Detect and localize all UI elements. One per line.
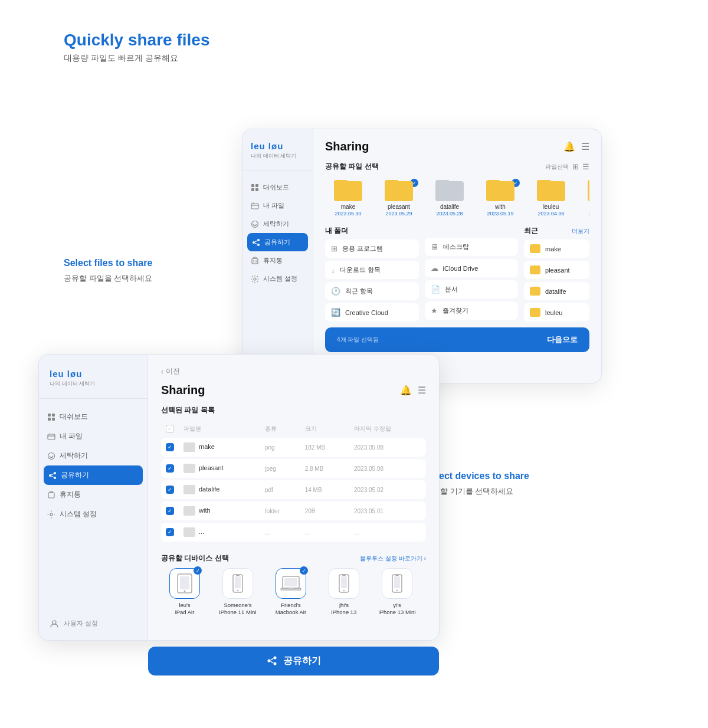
back-file-card[interactable]: make2023.05.30 — [325, 178, 371, 217]
front-nav-washing[interactable]: 세탁하기 — [39, 446, 148, 465]
back-nav-dashboard-label: 대쉬보드 — [263, 183, 289, 192]
back-win-icons: 🔔 ☰ — [563, 141, 589, 152]
front-nav-myfiles[interactable]: 내 파일 — [39, 427, 148, 446]
file-list-row[interactable]: ✓ datalife pdf 14 MB 2023.05.02 — [161, 480, 426, 499]
bluetooth-link[interactable]: 블루투스 설정 바로가기 › — [360, 555, 426, 563]
device-icon-wrap: ✓ — [169, 568, 200, 599]
row-checkbox[interactable]: ✓ — [166, 443, 174, 451]
row-checkbox[interactable]: ✓ — [166, 464, 174, 473]
svg-rect-34 — [235, 576, 241, 588]
back-file-date: 2023.04.06 — [537, 211, 564, 217]
device-card[interactable]: ✓leu'siPad Air — [161, 568, 208, 616]
bell-icon[interactable]: 🔔 — [563, 141, 575, 152]
device-card[interactable]: Someone'siPhone 11 Mini — [214, 568, 261, 616]
svg-line-52 — [270, 661, 273, 663]
back-file-card[interactable]: ✓with2023.05.19 — [477, 178, 523, 217]
label-devices-main: Select devices to share — [425, 471, 529, 481]
recent-name: pleasant — [545, 267, 570, 274]
svg-rect-37 — [284, 578, 297, 586]
back-nav-dashboard[interactable]: 대쉬보드 — [242, 178, 313, 196]
select-all-checkbox[interactable]: ✓ — [166, 425, 174, 433]
back-file-date: 2023.05.29 — [385, 211, 412, 217]
svg-rect-18 — [52, 418, 55, 421]
file-mini-icon — [183, 464, 195, 473]
recent-item[interactable]: leuleu — [524, 303, 589, 322]
svg-rect-2 — [251, 188, 254, 191]
device-card[interactable]: jhi'siPhone 13 — [320, 568, 368, 616]
file-list-row[interactable]: ✓ ... ... ... ... — [161, 523, 426, 542]
label-files-sub: 공유할 파일을 선택하세요 — [64, 273, 152, 284]
back-nav-myfiles[interactable]: 내 파일 — [242, 196, 313, 215]
back-file-card[interactable]: leuleu2023.04.06 — [528, 178, 574, 217]
device-name: Friend'sMacbook Air — [276, 602, 306, 616]
front-user-settings[interactable]: 사용자 설정 — [39, 619, 148, 628]
recent-label: 최근 — [524, 226, 538, 236]
svg-line-9 — [255, 241, 257, 242]
back-file-card[interactable]: datalife2023.05.28 — [427, 178, 473, 217]
front-nav-sharing[interactable]: 공유하기 — [44, 465, 143, 485]
svg-point-7 — [253, 241, 255, 244]
back-file-card[interactable]: ✓happy2022.08.16 — [579, 178, 589, 217]
svg-rect-11 — [252, 258, 258, 264]
my-folder-row[interactable]: 🖥데스크탑 — [425, 238, 519, 256]
front-bell-icon[interactable]: 🔔 — [400, 385, 412, 396]
label-files: Select files to share 공유할 파일을 선택하세요 — [64, 258, 152, 284]
my-folder-row[interactable]: ★즐겨찾기 — [425, 301, 519, 320]
recent-more[interactable]: 더보기 — [572, 227, 589, 235]
front-win-header-bar: Sharing 🔔 ☰ — [161, 383, 426, 397]
back-nav-myfiles-label: 내 파일 — [263, 201, 284, 210]
front-nav-recycle[interactable]: 휴지통 — [39, 485, 148, 504]
recent-item[interactable]: pleasant — [524, 261, 589, 279]
my-folder-row[interactable]: 🔄Creative Cloud — [325, 303, 419, 322]
menu-icon[interactable]: ☰ — [581, 141, 589, 152]
recent-item[interactable]: make — [524, 240, 589, 258]
share-button[interactable]: 공유하기 — [148, 647, 439, 675]
my-folder-row[interactable]: ↓다운로드 항목 — [325, 261, 419, 279]
file-list-row[interactable]: ✓ make png 182 MB 2023.05.08 — [161, 438, 426, 457]
svg-point-5 — [252, 221, 258, 227]
back-nav-washing[interactable]: 세탁하기 — [242, 215, 313, 233]
device-check-badge: ✓ — [194, 566, 202, 575]
window-front: leu løu 나의 데이터 세탁기 대쉬보드 내 파일 세탁하기 공유하기 — [38, 354, 440, 641]
back-nav-settings[interactable]: 시스템 설정 — [242, 270, 313, 288]
user-settings-label: 사용자 설정 — [64, 619, 98, 628]
my-folder-row[interactable]: ☁iCloud Drive — [425, 259, 519, 277]
svg-rect-35 — [236, 575, 240, 576]
back-nav-washing-label: 세탁하기 — [263, 219, 289, 228]
recent-item[interactable]: datalife — [524, 282, 589, 300]
file-list-row[interactable]: ✓ pleasant jpeg 2.8 MB 2023.05.08 — [161, 459, 426, 478]
folder-label: Creative Cloud — [345, 309, 388, 316]
folder-icon: ↓ — [331, 265, 335, 274]
row-checkbox[interactable]: ✓ — [166, 528, 174, 536]
row-checkbox[interactable]: ✓ — [166, 486, 174, 494]
svg-rect-16 — [52, 414, 55, 417]
file-list-row[interactable]: ✓ with folder 20B 2023.05.01 — [161, 501, 426, 520]
back-next-btn[interactable]: 다음으로 — [547, 335, 578, 345]
front-nav-dashboard[interactable]: 대쉬보드 — [39, 407, 148, 427]
folder-icon: 🔄 — [331, 308, 340, 317]
back-nav-sharing[interactable]: 공유하기 — [247, 233, 308, 251]
my-folder-row[interactable]: ⊞응용 프로그램 — [325, 240, 419, 258]
device-card[interactable]: ✓Friend'sMacbook Air — [267, 568, 314, 616]
front-sidebar: leu løu 나의 데이터 세탁기 대쉬보드 내 파일 세탁하기 공유하기 — [39, 355, 148, 640]
front-menu-icon[interactable]: ☰ — [418, 385, 426, 396]
row-checkbox[interactable]: ✓ — [166, 507, 174, 515]
back-file-card[interactable]: ✓pleasant2023.05.29 — [376, 178, 422, 217]
front-back-nav[interactable]: ‹ 이전 — [161, 366, 426, 376]
my-folders-section-right: 🖥데스크탑☁iCloud Drive📄문서★즐겨찾기 — [425, 226, 519, 322]
file-mini-icon — [183, 442, 195, 452]
device-card[interactable]: yi'siPhone 13 Mini — [373, 568, 421, 616]
folder-icon: ★ — [431, 306, 438, 315]
list-view-icon[interactable]: ☰ — [582, 162, 589, 171]
device-icon-wrap: ✓ — [276, 568, 306, 599]
my-folder-row[interactable]: 🕐최근 항목 — [325, 282, 419, 300]
my-folder-row[interactable]: 📄문서 — [425, 280, 519, 299]
back-logo-area: leu løu 나의 데이터 세탁기 — [242, 141, 313, 171]
recent-folder-icon — [530, 244, 540, 253]
grid-view-icon[interactable]: ⊞ — [572, 162, 579, 171]
front-nav-settings[interactable]: 시스템 설정 — [39, 504, 148, 524]
back-file-date: 2023.05.28 — [436, 211, 463, 217]
svg-point-23 — [54, 477, 56, 479]
recent-folder-icon — [530, 308, 540, 317]
back-nav-recycle[interactable]: 휴지통 — [242, 251, 313, 270]
